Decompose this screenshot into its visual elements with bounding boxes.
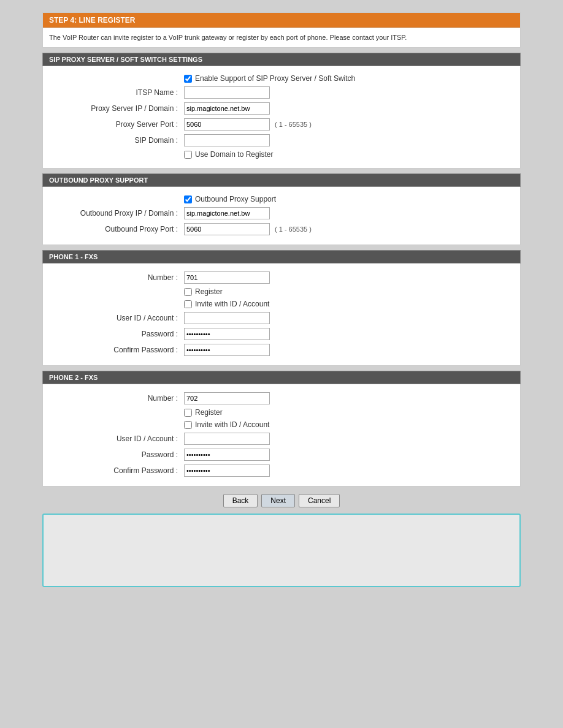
phone2-section: PHONE 2 - FXS Number : Register Invite w… [42,371,521,487]
use-domain-label: Use Domain to Register [195,150,273,159]
proxy-ip-row: Proxy Server IP / Domain : [43,100,520,116]
phone1-confirm-row: Confirm Password : [43,342,520,358]
outbound-ip-label: Outbound Proxy IP / Domain : [55,209,184,218]
enable-outbound-proxy-row: Outbound Proxy Support [43,193,520,205]
proxy-port-label: Proxy Server Port : [55,120,184,129]
next-button[interactable]: Next [261,494,295,507]
phone1-register-checkbox[interactable] [184,288,192,296]
phone1-body: Number : Register Invite with ID / Accou… [42,264,521,366]
phone1-section: PHONE 1 - FXS Number : Register Invite w… [42,250,521,366]
proxy-port-hint: ( 1 - 65535 ) [275,121,312,128]
phone2-userid-input[interactable] [184,433,270,445]
sip-proxy-section: SIP PROXY SERVER / SOFT SWITCH SETTINGS … [42,53,521,169]
phone2-confirm-label: Confirm Password : [55,466,184,475]
phone2-number-input[interactable] [184,392,270,404]
proxy-ip-label: Proxy Server IP / Domain : [55,104,184,113]
phone1-register-label: Register [195,287,223,296]
enable-sip-proxy-row: Enable Support of SIP Proxy Server / Sof… [43,72,520,85]
phone1-userid-input[interactable] [184,312,270,324]
enable-sip-proxy-label: Enable Support of SIP Proxy Server / Sof… [195,74,355,83]
phone1-number-row: Number : [43,270,520,286]
phone2-number-label: Number : [55,394,184,403]
outbound-port-hint: ( 1 - 65535 ) [275,226,312,233]
outbound-port-label: Outbound Proxy Port : [55,225,184,233]
sip-proxy-body: Enable Support of SIP Proxy Server / Sof… [42,66,521,169]
phone2-register-row: Register [43,406,520,419]
phone2-password-label: Password : [55,450,184,459]
phone2-confirm-input[interactable] [184,464,270,477]
phone1-userid-label: User ID / Account : [55,314,184,322]
step-description: The VoIP Router can invite register to a… [42,28,521,48]
itsp-name-input[interactable] [184,86,270,99]
sip-domain-row: SIP Domain : [43,132,520,148]
phone2-number-row: Number : [43,390,520,406]
phone1-confirm-label: Confirm Password : [55,346,184,354]
phone1-password-row: Password : [43,326,520,342]
phone2-invite-row: Invite with ID / Account [43,419,520,431]
phone1-section-title: PHONE 1 - FXS [42,250,521,264]
phone1-confirm-input[interactable] [184,344,270,356]
phone1-password-input[interactable] [184,328,270,340]
phone2-register-checkbox[interactable] [184,409,192,417]
outbound-port-row: Outbound Proxy Port : ( 1 - 65535 ) [43,221,520,237]
sip-domain-input[interactable] [184,134,270,146]
phone2-password-row: Password : [43,447,520,463]
phone1-register-row: Register [43,286,520,298]
outbound-proxy-section: OUTBOUND PROXY SUPPORT Outbound Proxy Su… [42,173,521,245]
outbound-ip-input[interactable] [184,207,270,219]
phone2-confirm-row: Confirm Password : [43,463,520,479]
phone2-invite-label: Invite with ID / Account [195,420,269,429]
phone1-number-input[interactable] [184,271,270,284]
outbound-proxy-section-title: OUTBOUND PROXY SUPPORT [42,173,521,187]
buttons-row: Back Next Cancel [42,494,521,507]
step-title: STEP 4: LINE REGISTER [42,12,521,28]
outbound-port-input[interactable] [184,223,270,235]
phone2-body: Number : Register Invite with ID / Accou… [42,384,521,487]
use-domain-checkbox[interactable] [184,151,192,159]
back-button[interactable]: Back [223,494,258,507]
phone2-userid-row: User ID / Account : [43,431,520,447]
sip-proxy-section-title: SIP PROXY SERVER / SOFT SWITCH SETTINGS [42,53,521,66]
phone2-register-label: Register [195,408,223,417]
phone2-invite-checkbox[interactable] [184,421,192,429]
cancel-button[interactable]: Cancel [299,494,340,507]
phone2-userid-label: User ID / Account : [55,434,184,443]
proxy-port-input[interactable] [184,118,270,131]
sip-domain-label: SIP Domain : [55,136,184,145]
phone1-userid-row: User ID / Account : [43,310,520,326]
phone1-number-label: Number : [55,273,184,282]
step-header: STEP 4: LINE REGISTER The VoIP Router ca… [42,12,521,48]
bottom-panel [42,514,521,587]
phone1-invite-checkbox[interactable] [184,300,192,308]
use-domain-row: Use Domain to Register [43,148,520,161]
phone2-password-input[interactable] [184,449,270,461]
outbound-proxy-body: Outbound Proxy Support Outbound Proxy IP… [42,187,521,245]
phone2-section-title: PHONE 2 - FXS [42,371,521,384]
enable-outbound-proxy-label: Outbound Proxy Support [195,195,276,203]
itsp-name-row: ITSP Name : [43,85,520,100]
proxy-ip-input[interactable] [184,102,270,115]
phone1-password-label: Password : [55,330,184,338]
outbound-ip-row: Outbound Proxy IP / Domain : [43,205,520,221]
enable-outbound-proxy-checkbox[interactable] [184,195,192,203]
proxy-port-row: Proxy Server Port : ( 1 - 65535 ) [43,116,520,132]
phone1-invite-label: Invite with ID / Account [195,300,269,308]
enable-sip-proxy-checkbox[interactable] [184,75,192,83]
phone1-invite-row: Invite with ID / Account [43,298,520,310]
itsp-name-label: ITSP Name : [55,88,184,97]
